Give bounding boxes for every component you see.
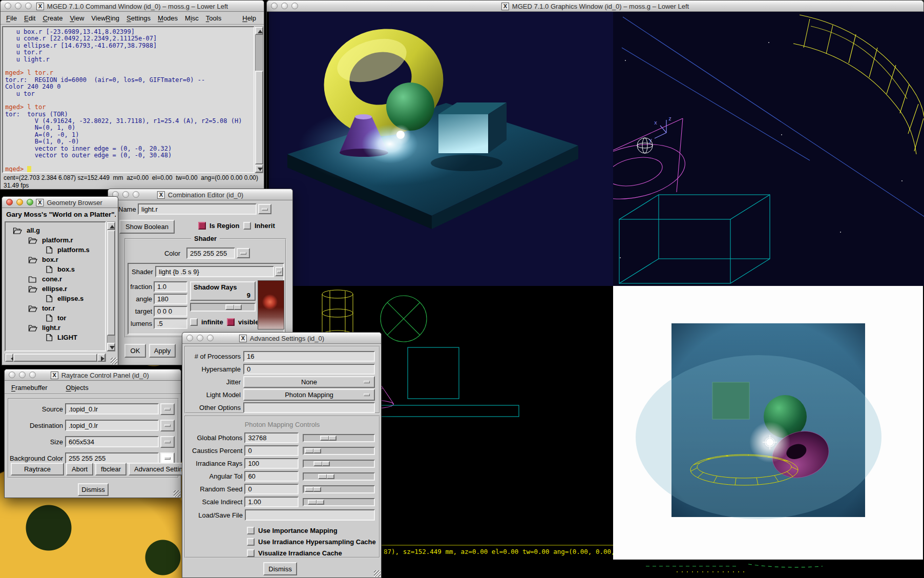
checkbox-use-importance-mapping[interactable]: Use Importance Mapping [247, 525, 379, 536]
slider-thumb[interactable] [318, 474, 334, 479]
close-button[interactable] [6, 199, 13, 205]
button-fbclear[interactable]: fbclear [95, 463, 127, 476]
shadow-rays-slider[interactable] [190, 303, 256, 312]
menu-misc[interactable]: Misc [181, 14, 202, 22]
minimize-button[interactable] [281, 3, 288, 9]
slider-thumb[interactable] [308, 500, 324, 505]
menu-framebuffer[interactable]: Framebuffer [8, 384, 51, 391]
tree-item-tor-r[interactable]: tor.r [6, 303, 105, 313]
field-entry[interactable]: 1.0 [154, 281, 187, 292]
field-menu-button[interactable] [160, 420, 175, 431]
tree-item-platform-s[interactable]: platform.s [6, 245, 105, 255]
tree-item-tor[interactable]: tor [6, 313, 105, 323]
menu-edit[interactable]: Edit [20, 14, 39, 22]
minimize-button[interactable] [197, 335, 203, 341]
menu-settings[interactable]: Settings [123, 14, 154, 22]
menu-objects[interactable]: Objects [62, 384, 92, 391]
minimize-button[interactable] [122, 191, 129, 198]
field-entry[interactable]: 0 [244, 484, 298, 494]
tree-item-box-r[interactable]: box.r [6, 255, 105, 264]
close-button[interactable] [5, 3, 11, 9]
zoom-button[interactable] [291, 3, 298, 9]
field-entry[interactable]: 0 [243, 364, 375, 375]
menu-view[interactable]: View [66, 14, 88, 22]
tree-item-all-g[interactable]: all.g [6, 225, 105, 235]
zoom-button[interactable] [29, 371, 36, 378]
load-save-entry[interactable] [245, 509, 375, 521]
slider-thumb[interactable] [305, 487, 321, 492]
zoom-button[interactable] [207, 335, 214, 341]
is-region-checkbox[interactable]: Is Region [198, 222, 240, 230]
field-slider[interactable] [303, 447, 375, 455]
scroll-left-arrow[interactable] [5, 354, 13, 362]
field-menu-button[interactable] [160, 403, 175, 415]
scroll-down-arrow[interactable] [107, 343, 115, 351]
advanced-settings-titlebar[interactable]: X Advanced Settings (id_0) [182, 333, 381, 344]
infinite-checkbox[interactable]: infinite [190, 318, 223, 326]
field-option-menu[interactable]: None [243, 376, 375, 388]
minimize-button[interactable] [19, 371, 26, 378]
command-titlebar[interactable]: X MGED 7.1.0 Command Window (id_0) – mos… [1, 1, 264, 12]
scroll-up-arrow[interactable] [255, 27, 263, 35]
resize-grip[interactable] [374, 570, 381, 577]
field-entry[interactable]: 100 [244, 458, 298, 469]
field-entry[interactable] [243, 402, 375, 413]
slider-thumb[interactable] [320, 436, 337, 441]
field-entry[interactable]: 60 [244, 471, 298, 482]
checkbox-use-irradiance-hypersampling-cache[interactable]: Use Irradiance Hypersampling Cache [247, 536, 379, 547]
field-slider[interactable] [303, 472, 375, 481]
ok-button[interactable]: OK [124, 344, 146, 358]
shader-entry[interactable]: light {b .5 s 9} [155, 266, 274, 277]
zoom-button[interactable] [133, 191, 139, 198]
resize-grip[interactable] [174, 490, 180, 497]
field-entry[interactable]: 1.00 [244, 497, 298, 507]
scrollbar-thumb[interactable] [255, 71, 263, 164]
visible-checkbox[interactable]: visible [227, 318, 259, 326]
menu-modes[interactable]: Modes [154, 14, 181, 22]
tree-item-platform-r[interactable]: platform.r [6, 235, 105, 245]
menu-create[interactable]: Create [39, 14, 66, 22]
field-entry[interactable]: 180 [154, 294, 187, 304]
field-slider[interactable] [303, 460, 375, 468]
field-entry[interactable]: 255 255 255 [65, 452, 159, 464]
color-entry[interactable]: 255 255 255 [186, 247, 235, 259]
tree-hscrollbar[interactable] [5, 354, 106, 362]
close-button[interactable] [271, 3, 278, 9]
field-entry[interactable]: .topid_0.lr [65, 403, 159, 415]
show-boolean-button[interactable]: Show Boolean [119, 220, 175, 234]
dismiss-button[interactable]: Dismiss [78, 483, 109, 496]
resize-grip[interactable] [111, 358, 117, 364]
scrollbar-thumb[interactable] [107, 230, 115, 336]
close-button[interactable] [186, 335, 193, 341]
dismiss-button[interactable]: Dismiss [263, 562, 297, 575]
menu-tools[interactable]: Tools [202, 14, 225, 22]
geometry-browser-titlebar[interactable]: X Geometry Browser [2, 197, 118, 208]
raytrace-titlebar[interactable]: X Raytrace Control Panel (id_0) [5, 369, 181, 381]
command-terminal[interactable]: u box.r [-23.6989,13.41,8.02399] u cone.… [2, 26, 255, 173]
minimize-button[interactable] [15, 3, 22, 9]
tree-item-ellipse-s[interactable]: ellipse.s [6, 294, 105, 303]
menu-help[interactable]: Help [239, 14, 260, 22]
menu-file[interactable]: File [3, 14, 20, 22]
tree-vscrollbar[interactable] [107, 221, 115, 352]
tree-item-box-s[interactable]: box.s [6, 264, 105, 274]
slider-thumb[interactable] [225, 304, 242, 310]
graphics-titlebar[interactable]: X MGED 7.1.0 Graphics Window (id_0) – mo… [267, 1, 923, 12]
scroll-up-arrow[interactable] [107, 222, 115, 230]
field-entry[interactable]: 32768 [244, 432, 298, 443]
field-slider[interactable] [303, 434, 375, 442]
tree-item-LIGHT[interactable]: LIGHT [6, 333, 105, 342]
apply-button[interactable]: Apply [149, 344, 176, 358]
field-entry[interactable]: .topid_0.lr [65, 420, 159, 431]
zoom-button[interactable] [27, 199, 33, 205]
field-entry[interactable]: 0 0 0 [154, 306, 187, 317]
combination-editor-titlebar[interactable]: X Combination Editor (id_0) [108, 189, 292, 200]
field-entry[interactable]: 0 [244, 445, 298, 456]
shader-menu-button[interactable] [275, 267, 283, 276]
zoom-button[interactable] [25, 3, 32, 9]
terminal-scrollbar[interactable] [255, 26, 263, 173]
scrollbar-thumb[interactable] [13, 354, 97, 362]
name-entry[interactable]: light.r [138, 203, 257, 215]
slider-thumb[interactable] [305, 448, 321, 453]
color-menu-button[interactable] [237, 248, 250, 258]
